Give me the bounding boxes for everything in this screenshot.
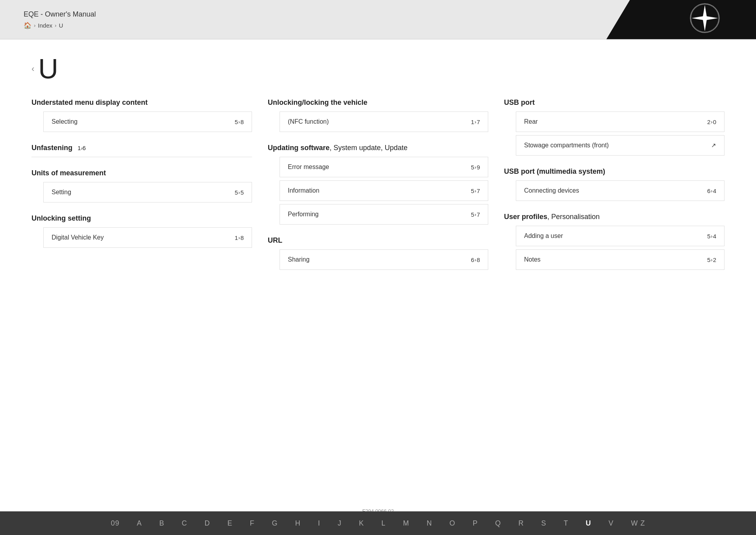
- item-setting-text: Setting: [52, 189, 71, 196]
- breadcrumb-index[interactable]: Index: [38, 22, 52, 29]
- section-unlocking-vehicle: Unlocking/locking the vehicle (NFC funct…: [268, 98, 488, 132]
- home-icon[interactable]: 🏠: [24, 22, 32, 29]
- alpha-item-c[interactable]: C: [173, 519, 196, 528]
- item-sharing-text: Sharing: [288, 256, 309, 263]
- alpha-item-s[interactable]: S: [533, 519, 555, 528]
- section-unfastening: Unfastening 1›6: [32, 144, 252, 157]
- page-letter: U: [38, 55, 58, 83]
- alpha-item-d[interactable]: D: [196, 519, 219, 528]
- manual-title: EQE - Owner's Manual: [24, 10, 96, 19]
- section-usb-multimedia: USB port (multimedia system) Connecting …: [504, 167, 724, 201]
- section-understated: Understated menu display content Selecti…: [32, 98, 252, 132]
- item-error-text: Error message: [288, 163, 329, 171]
- item-notes-text: Notes: [524, 256, 541, 263]
- alpha-item-k[interactable]: K: [350, 519, 373, 528]
- section-unlocking-setting: Unlocking setting Digital Vehicle Key 1›…: [32, 214, 252, 248]
- section-user-profiles-title: User profiles, Personalisation: [504, 213, 724, 221]
- svg-point-3: [703, 17, 706, 20]
- item-adding-user-text: Adding a user: [524, 232, 563, 240]
- column-1: Understated menu display content Selecti…: [32, 98, 252, 282]
- alpha-item-g[interactable]: G: [263, 519, 286, 528]
- breadcrumb-sep-2: ›: [55, 22, 56, 28]
- mercedes-logo: [689, 2, 721, 34]
- alpha-item-a[interactable]: A: [128, 519, 150, 528]
- item-connecting-devices[interactable]: Connecting devices 6›4: [516, 180, 724, 201]
- section-unfastening-title: Unfastening 1›6: [32, 144, 252, 152]
- section-usb-multimedia-title: USB port (multimedia system): [504, 167, 724, 176]
- item-rear[interactable]: Rear 2›0: [516, 111, 724, 132]
- section-unlocking-setting-title: Unlocking setting: [32, 214, 252, 223]
- section-unlocking-vehicle-title: Unlocking/locking the vehicle: [268, 98, 488, 107]
- item-selecting-text: Selecting: [52, 118, 78, 125]
- item-digital-vehicle-key[interactable]: Digital Vehicle Key 1›8: [43, 227, 252, 248]
- main-content: ‹ U Understated menu display content Sel…: [0, 39, 756, 504]
- column-2: Unlocking/locking the vehicle (NFC funct…: [268, 98, 488, 282]
- alpha-item-w-z[interactable]: W Z: [623, 519, 654, 528]
- item-setting[interactable]: Setting 5›5: [43, 182, 252, 202]
- item-info-text: Information: [288, 187, 319, 194]
- alpha-item-j[interactable]: J: [329, 519, 350, 528]
- item-dvk-page: 1›8: [235, 234, 244, 241]
- item-stowage-text: Stowage compartments (front): [524, 142, 609, 149]
- section-url: URL Sharing 6›8: [268, 236, 488, 270]
- column-3: USB port Rear 2›0 Stowage compartments (…: [504, 98, 724, 282]
- item-notes[interactable]: Notes 5›2: [516, 249, 724, 270]
- item-performing[interactable]: Performing 5›7: [280, 204, 488, 225]
- header-left: EQE - Owner's Manual 🏠 › Index › U: [24, 10, 96, 29]
- alpha-item-t[interactable]: T: [555, 519, 577, 528]
- item-nfc-text: (NFC function): [288, 118, 329, 125]
- item-selecting-page: 5›8: [235, 119, 244, 125]
- section-user-profiles: User profiles, Personalisation Adding a …: [504, 213, 724, 270]
- alpha-item-q[interactable]: Q: [487, 519, 510, 528]
- alpha-item-n[interactable]: N: [418, 519, 441, 528]
- section-updating-software: Updating software, System update, Update…: [268, 144, 488, 225]
- section-units: Units of measurement Setting 5›5: [32, 169, 252, 202]
- alpha-item-l[interactable]: L: [373, 519, 395, 528]
- item-nfc[interactable]: (NFC function) 1›7: [280, 111, 488, 132]
- item-connecting-text: Connecting devices: [524, 187, 579, 194]
- alpha-item-r[interactable]: R: [510, 519, 533, 528]
- page-letter-container: ‹ U: [32, 55, 724, 83]
- alpha-item-f[interactable]: F: [241, 519, 263, 528]
- alpha-item-o[interactable]: O: [441, 519, 464, 528]
- alpha-item-e[interactable]: E: [219, 519, 241, 528]
- item-performing-page: 5›7: [471, 211, 480, 218]
- breadcrumb-current: U: [59, 22, 63, 29]
- item-error-message[interactable]: Error message 5›9: [280, 157, 488, 177]
- header: EQE - Owner's Manual 🏠 › Index › U: [0, 0, 756, 39]
- item-stowage-page: ↗: [711, 142, 716, 149]
- item-nfc-page: 1›7: [471, 119, 480, 125]
- item-error-page: 5›9: [471, 164, 480, 171]
- section-updating-title: Updating software, System update, Update: [268, 144, 488, 152]
- alpha-item-09[interactable]: 09: [102, 519, 128, 528]
- logo-background: [606, 0, 756, 39]
- item-stowage[interactable]: Stowage compartments (front) ↗: [516, 135, 724, 156]
- alpha-item-u[interactable]: U: [577, 519, 600, 528]
- sep-unfastening: [32, 157, 252, 157]
- alpha-item-p[interactable]: P: [464, 519, 487, 528]
- item-dvk-text: Digital Vehicle Key: [52, 234, 104, 241]
- alpha-item-m[interactable]: M: [395, 519, 418, 528]
- item-rear-page: 2›0: [707, 119, 716, 125]
- item-connecting-page: 6›4: [707, 188, 716, 194]
- section-usb-port: USB port Rear 2›0 Stowage compartments (…: [504, 98, 724, 156]
- item-adding-user[interactable]: Adding a user 5›4: [516, 226, 724, 246]
- item-performing-text: Performing: [288, 211, 319, 218]
- prev-letter-button[interactable]: ‹: [32, 64, 34, 74]
- item-adding-user-page: 5›4: [707, 233, 716, 240]
- alphabet-nav: 09ABCDEFGHIJKLMNOPQRSTUVW Z: [0, 511, 756, 535]
- item-info-page: 5›7: [471, 188, 480, 194]
- index-grid: Understated menu display content Selecti…: [32, 98, 724, 282]
- section-units-title: Units of measurement: [32, 169, 252, 177]
- section-understated-title: Understated menu display content: [32, 98, 252, 107]
- alpha-item-v[interactable]: V: [600, 519, 623, 528]
- item-selecting[interactable]: Selecting 5›8: [43, 111, 252, 132]
- item-information[interactable]: Information 5›7: [280, 180, 488, 201]
- item-sharing[interactable]: Sharing 6›8: [280, 249, 488, 270]
- alpha-item-i[interactable]: I: [309, 519, 329, 528]
- alpha-item-h[interactable]: H: [286, 519, 309, 528]
- section-usb-title: USB port: [504, 98, 724, 107]
- item-rear-text: Rear: [524, 118, 538, 125]
- alpha-item-b[interactable]: B: [150, 519, 173, 528]
- unfastening-page: 1›6: [78, 145, 86, 151]
